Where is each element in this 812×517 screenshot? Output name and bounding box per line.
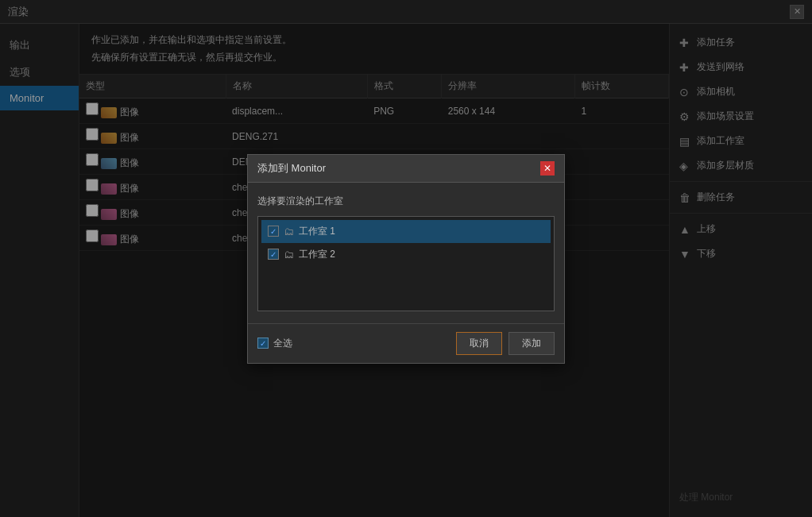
workspace-1-label: 工作室 1 xyxy=(299,225,335,238)
modal-header: 添加到 Monitor ✕ xyxy=(248,155,564,183)
add-button[interactable]: 添加 xyxy=(508,332,555,355)
modal-footer: ✓ 全选 取消 添加 xyxy=(248,323,564,363)
modal-body: 选择要渲染的工作室 ✓ 🗂 工作室 1 ✓ 🗂 工作室 2 xyxy=(248,183,564,323)
modal-overlay: 添加到 Monitor ✕ 选择要渲染的工作室 ✓ 🗂 工作室 1 ✓ 🗂 工作… xyxy=(0,0,812,517)
cancel-button[interactable]: 取消 xyxy=(456,332,502,355)
select-all-checkbox[interactable]: ✓ xyxy=(257,338,269,349)
workspace-2-checkbox[interactable]: ✓ xyxy=(268,249,279,260)
workspace-2-label: 工作室 2 xyxy=(299,248,335,261)
workspace-2-folder-icon: 🗂 xyxy=(284,249,294,260)
modal-title: 添加到 Monitor xyxy=(257,161,326,176)
modal-subtitle: 选择要渲染的工作室 xyxy=(257,195,555,208)
select-all-area: ✓ 全选 xyxy=(257,337,292,350)
workspace-item-2[interactable]: ✓ 🗂 工作室 2 xyxy=(261,243,551,266)
modal-buttons: 取消 添加 xyxy=(456,332,555,355)
select-all-label: 全选 xyxy=(273,337,292,350)
workspace-1-checkbox[interactable]: ✓ xyxy=(268,226,279,237)
workspace-list: ✓ 🗂 工作室 1 ✓ 🗂 工作室 2 xyxy=(257,216,555,311)
modal-close-button[interactable]: ✕ xyxy=(540,161,555,176)
workspace-item-1[interactable]: ✓ 🗂 工作室 1 xyxy=(261,220,551,243)
workspace-1-folder-icon: 🗂 xyxy=(284,226,294,237)
add-to-monitor-modal: 添加到 Monitor ✕ 选择要渲染的工作室 ✓ 🗂 工作室 1 ✓ 🗂 工作… xyxy=(247,154,565,364)
